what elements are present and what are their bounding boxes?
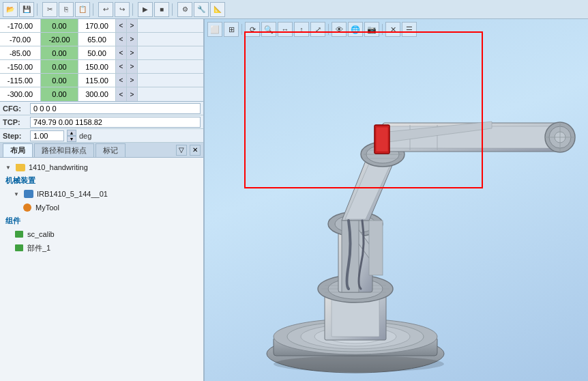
tree-part1-icon	[14, 243, 25, 253]
step-row: Step: 1.00 ▲ ▼ deg	[0, 129, 203, 143]
coord-gt-2[interactable]: >	[127, 33, 138, 46]
tab-close-btn[interactable]: ✕	[190, 145, 201, 156]
step-spin-up[interactable]: ▲	[67, 130, 76, 136]
toolbar-btn-cut[interactable]: ✂	[42, 2, 57, 17]
cfg-value[interactable]: 0 0 0 0	[30, 103, 201, 114]
toolbar-btn-copy[interactable]: ⎘	[59, 2, 74, 17]
tree-item-mytool[interactable]: MyTool	[0, 201, 203, 214]
coord-neg-1[interactable]: -170.00	[0, 19, 41, 32]
tree-sc-calib-icon	[14, 229, 25, 239]
coord-lt-1[interactable]: <	[116, 19, 127, 32]
toolbar-btn-measure[interactable]: 📐	[210, 2, 225, 17]
tree-tool-icon	[22, 203, 33, 212]
coord-zero-1[interactable]: 0.00	[41, 19, 78, 32]
toolbar-btn-stop[interactable]: ■	[154, 2, 169, 17]
coord-pos-2[interactable]: 65.00	[78, 33, 116, 46]
tree-robot-icon	[23, 189, 34, 199]
coord-gt-1[interactable]: >	[127, 19, 138, 32]
coord-gt-5[interactable]: >	[127, 74, 138, 87]
cfg-row: CFG: 0 0 0 0	[0, 102, 203, 115]
coord-neg-5[interactable]: -115.00	[0, 74, 41, 87]
coord-gt-4[interactable]: >	[127, 60, 138, 73]
svg-rect-36	[369, 221, 383, 275]
tabs-right-controls: ▽ ✕	[176, 145, 201, 156]
main-content: -170.00 0.00 170.00 < > -70.00 -20.00 65…	[0, 19, 588, 381]
robot-3d-view	[205, 19, 588, 381]
tcp-value[interactable]: 749.79 0.00 1158.82	[30, 117, 201, 128]
coord-lt-5[interactable]: <	[116, 74, 127, 87]
tab-collapse-btn[interactable]: ▽	[176, 145, 187, 156]
tree-item-irb1410[interactable]: ▼ IRB1410_5_144__01	[0, 187, 203, 201]
main-toolbar: 📂 💾 ✂ ⎘ 📋 ↩ ↪ ▶ ■ ⚙ 🔧 📐	[0, 0, 588, 19]
toolbar-btn-open[interactable]: 📂	[3, 2, 18, 17]
coord-row-5: -115.00 0.00 115.00 < >	[0, 74, 203, 87]
tab-layout[interactable]: 布局	[3, 143, 33, 157]
step-spinner: ▲ ▼	[67, 130, 76, 142]
coord-gt-6[interactable]: >	[127, 87, 138, 101]
coord-zero-5[interactable]: 0.00	[41, 74, 78, 87]
tree-root-icon	[15, 163, 26, 172]
tcp-row: TCP: 749.79 0.00 1158.82	[0, 115, 203, 129]
tree-part1-label: 部件_1	[27, 243, 50, 253]
coord-neg-3[interactable]: -85.00	[0, 46, 41, 59]
coord-zero-3[interactable]: 0.00	[41, 46, 78, 59]
tabs-bar: 布局 路径和目标点 标记 ▽ ✕	[0, 143, 203, 158]
left-panel: -170.00 0.00 170.00 < > -70.00 -20.00 65…	[0, 19, 205, 381]
coord-lt-6[interactable]: <	[116, 87, 127, 101]
step-spin-down[interactable]: ▼	[67, 136, 76, 142]
tree-section-machine: 机械装置	[0, 174, 203, 187]
coord-pos-3[interactable]: 50.00	[78, 46, 116, 59]
tree-root-label: 1410_handwriting	[29, 163, 88, 171]
tree-item-part1[interactable]: 部件_1	[0, 241, 203, 255]
coord-neg-4[interactable]: -150.00	[0, 60, 41, 73]
tree-mytool-label: MyTool	[35, 203, 59, 212]
coord-lt-4[interactable]: <	[116, 60, 127, 73]
coord-lt-2[interactable]: <	[116, 33, 127, 46]
coord-row-2: -70.00 -20.00 65.00 < >	[0, 33, 203, 46]
svg-rect-38	[376, 127, 388, 152]
tcp-label: TCP:	[3, 118, 27, 126]
coord-gt-3[interactable]: >	[127, 46, 138, 59]
coord-zero-4[interactable]: 0.00	[41, 60, 78, 73]
toolbar-btn-paste[interactable]: 📋	[75, 2, 90, 17]
toolbar-sep-4	[172, 3, 175, 16]
toolbar-btn-save[interactable]: 💾	[19, 2, 34, 17]
coord-row-3: -85.00 0.00 50.00 < >	[0, 46, 203, 60]
coord-zero-6[interactable]: 0.00	[41, 87, 78, 101]
toolbar-sep-1	[37, 3, 40, 16]
tree-root[interactable]: ▼ 1410_handwriting	[0, 160, 203, 174]
step-label: Step:	[3, 132, 27, 140]
tree-item-sc-calib[interactable]: sc_calib	[0, 227, 203, 241]
tree-irb-arrow: ▼	[14, 191, 19, 197]
viewport[interactable]: ⬜ ⊞ ⟳ 🔍 ↔ ↕ ⤢ 👁 🌐 📷 ✕ ☰	[205, 19, 588, 381]
coord-row-1: -170.00 0.00 170.00 < >	[0, 19, 203, 33]
coord-pos-5[interactable]: 115.00	[78, 74, 116, 87]
tree-sc-calib-label: sc_calib	[27, 230, 55, 238]
coordinate-table: -170.00 0.00 170.00 < > -70.00 -20.00 65…	[0, 19, 203, 102]
coord-row-6: -300.00 0.00 300.00 < >	[0, 87, 203, 101]
tree-root-arrow: ▼	[5, 165, 11, 171]
toolbar-sep-3	[132, 3, 135, 16]
toolbar-btn-undo[interactable]: ↩	[98, 2, 113, 17]
toolbar-btn-tool[interactable]: 🔧	[194, 2, 209, 17]
tab-paths[interactable]: 路径和目标点	[34, 143, 94, 157]
coord-pos-1[interactable]: 170.00	[78, 19, 116, 32]
tab-marks[interactable]: 标记	[95, 143, 126, 157]
step-value[interactable]: 1.00	[30, 130, 64, 141]
cfg-label: CFG:	[3, 104, 27, 113]
toolbar-btn-play[interactable]: ▶	[138, 2, 153, 17]
toolbar-btn-redo[interactable]: ↪	[115, 2, 130, 17]
tree-irb-label: IRB1410_5_144__01	[37, 190, 108, 198]
toolbar-btn-settings[interactable]: ⚙	[177, 2, 192, 17]
coord-pos-6[interactable]: 300.00	[78, 87, 116, 101]
svg-point-39	[274, 356, 444, 372]
step-unit: deg	[79, 132, 91, 140]
coord-neg-2[interactable]: -70.00	[0, 33, 41, 46]
tree-panel: ▼ 1410_handwriting 机械装置 ▼ IRB1410_5_144_…	[0, 158, 203, 381]
coord-pos-4[interactable]: 150.00	[78, 60, 116, 73]
coord-neg-6[interactable]: -300.00	[0, 87, 41, 101]
tree-section-parts: 组件	[0, 214, 203, 227]
coord-lt-3[interactable]: <	[116, 46, 127, 59]
coord-row-4: -150.00 0.00 150.00 < >	[0, 60, 203, 74]
coord-zero-2[interactable]: -20.00	[41, 33, 78, 46]
